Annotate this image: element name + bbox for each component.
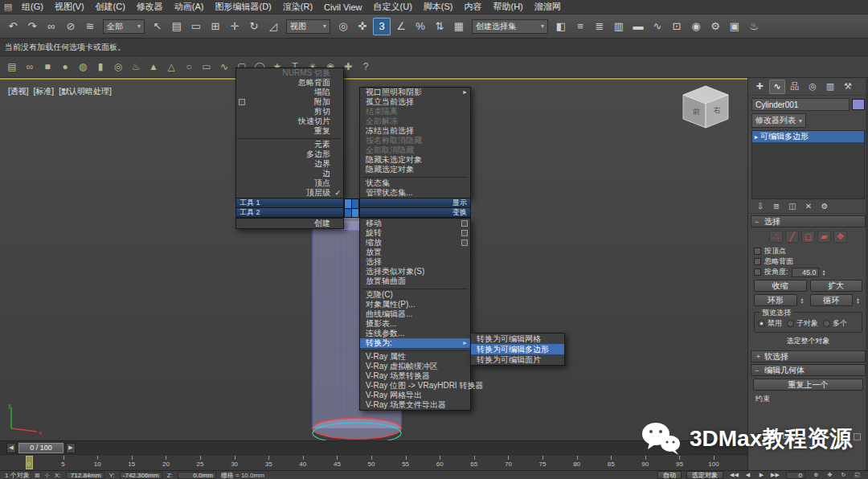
settings-box-icon[interactable] <box>461 230 468 236</box>
time-slider-handle[interactable]: 0 / 100 <box>18 443 63 453</box>
quad-tools2-title[interactable]: 工具 2 <box>235 208 344 218</box>
remove-modifier-icon[interactable]: ✕ <box>802 200 815 212</box>
selected-filter-button[interactable]: 选定对象 <box>686 471 723 479</box>
menubar-item[interactable]: 创建(C) <box>90 1 131 13</box>
modifier-stack[interactable]: ▸ 可编辑多边形 <box>751 130 865 199</box>
timeline-prev-button[interactable]: ◀ <box>6 443 16 453</box>
angle-snap-icon[interactable]: ∠ <box>392 18 410 35</box>
menubar-item[interactable]: 帮助(H) <box>488 1 529 13</box>
quad-menu-item[interactable]: V-Ray 场景文件导出器 <box>360 400 470 410</box>
tab-hierarchy[interactable]: 品 <box>787 80 803 94</box>
go-to-end-button[interactable]: ▶▶ <box>769 471 781 479</box>
geosphere-icon[interactable]: ◍ <box>75 59 91 75</box>
menubar-item[interactable]: 修改器 <box>131 1 169 13</box>
go-to-start-button[interactable]: ◀◀ <box>728 471 740 479</box>
scene-icon[interactable]: ▤ <box>4 59 20 75</box>
submenu-item[interactable]: 转换为可编辑多边形 <box>471 344 564 354</box>
render-setup-icon[interactable]: ⚙ <box>706 18 724 35</box>
tab-display[interactable]: ▥ <box>822 80 838 94</box>
select-by-name-icon[interactable]: ▤ <box>168 18 186 35</box>
loop-button[interactable]: 循环 <box>810 294 854 306</box>
menubar-item[interactable]: 自定义(U) <box>368 1 418 13</box>
menubar-item[interactable]: 动画(A) <box>169 1 210 13</box>
border-icon[interactable]: ◻ <box>801 231 815 243</box>
bind-to-space-warp-icon[interactable]: ≋ <box>81 18 99 35</box>
render-production-icon[interactable]: ♨ <box>745 18 763 35</box>
quad-menu-item[interactable]: 多边形 <box>236 149 343 159</box>
tube-icon[interactable]: ○ <box>181 59 197 75</box>
quad-menu-item[interactable]: 转换为:► <box>360 338 470 348</box>
quad-menu-item[interactable]: 顶点 <box>236 178 343 188</box>
edit-named-sets-icon[interactable]: ▦ <box>450 18 468 35</box>
tab-modify[interactable]: ∿ <box>769 80 785 94</box>
help-icon[interactable]: ? <box>358 59 374 75</box>
cone-icon[interactable]: ▲ <box>145 59 162 75</box>
align-icon[interactable]: ≡ <box>571 18 589 35</box>
pin-stack-icon[interactable]: ⇩ <box>754 200 767 212</box>
menubar-item[interactable]: 渲染(R) <box>277 1 318 13</box>
quad-menu-item[interactable]: 隐藏未选定对象 <box>360 155 470 165</box>
configure-modifier-sets-icon[interactable]: ⚙ <box>818 200 831 212</box>
undo-icon[interactable]: ↶ <box>4 18 22 35</box>
coord-z-field[interactable]: 0.0mm <box>178 472 216 479</box>
viewport-label-token[interactable]: [标准] <box>34 86 55 97</box>
pan-icon[interactable]: ✥ <box>824 471 836 479</box>
ignore-backfacing-checkbox[interactable]: 忽略背面 <box>754 256 862 267</box>
selection-filter-dropdown[interactable]: 全部 ▾ <box>103 19 145 34</box>
by-vertex-checkbox[interactable]: 按顶点 <box>754 246 862 256</box>
spinner-icon[interactable]: ▲▼ <box>856 297 862 304</box>
quad-menu-item[interactable]: 结束隔离 <box>360 107 470 117</box>
pyramid-icon[interactable]: △ <box>163 59 179 75</box>
quad-menu-item[interactable]: 边 <box>236 169 343 178</box>
coord-y-field[interactable]: -742.306mm <box>120 472 162 479</box>
preview-radio-option[interactable]: 多个 <box>823 318 847 329</box>
submenu-item[interactable]: 转换为可编辑网格 <box>471 334 564 344</box>
reference-coordinate-dropdown[interactable]: 视图 ▾ <box>286 19 330 34</box>
spline-icon[interactable]: ∿ <box>216 59 232 75</box>
menubar-item[interactable]: 内容 <box>459 1 488 13</box>
quad-menu-item[interactable]: 对象属性(P)... <box>360 300 470 309</box>
spinner-icon[interactable]: ▲▼ <box>822 269 829 276</box>
curve-editor-icon[interactable]: ∿ <box>649 18 666 35</box>
quad-menu-item[interactable]: 按名称取消隐藏 <box>360 136 470 145</box>
viewport-label-token[interactable]: [透视] <box>8 86 29 97</box>
quad-menu-item[interactable]: 旋转 <box>360 228 470 238</box>
quad-menu-item[interactable]: 冻结当前选择 <box>360 126 470 136</box>
ribbon-toggle-icon[interactable]: ▬ <box>629 18 647 35</box>
material-editor-icon[interactable]: ◉ <box>687 18 705 35</box>
timeline-ruler[interactable]: 0510152025303540455055606570758085909510… <box>0 454 747 470</box>
quad-menu-item[interactable]: 快速切片 <box>236 117 343 126</box>
polygon-icon[interactable]: ▰ <box>817 231 831 243</box>
scene-explorer-icon[interactable]: ≣ <box>591 18 608 35</box>
auto-key-button[interactable]: 自动 <box>657 471 682 479</box>
modifier-list-dropdown[interactable]: 修改器列表 ▾ <box>751 113 806 128</box>
quad-menu-item[interactable]: 缩放 <box>360 238 470 248</box>
submenu-item[interactable]: 转换为可编辑面片 <box>471 354 564 365</box>
app-menu-icon[interactable]: ▤ <box>0 2 16 12</box>
settings-box-icon[interactable] <box>461 220 468 227</box>
quad-menu-item[interactable]: V-Ray 属性 <box>360 352 470 362</box>
select-and-manipulate-icon[interactable]: ✜ <box>354 18 371 35</box>
rendered-frame-icon[interactable]: ▣ <box>726 18 743 35</box>
quad-menu-item[interactable]: 全部解冻 <box>360 117 470 126</box>
quad-menu-item[interactable]: 附加 <box>236 97 343 107</box>
quad-menu-item[interactable]: 状态集 <box>360 178 470 188</box>
sphere-icon[interactable]: ● <box>57 59 73 75</box>
preview-radio-option[interactable]: 子对象 <box>787 318 818 329</box>
tab-utilities[interactable]: ⚒ <box>840 80 856 94</box>
element-icon[interactable]: ❖ <box>833 231 847 243</box>
redo-icon[interactable]: ↷ <box>23 18 41 35</box>
quad-menu-item[interactable]: 隐藏选定对象 <box>360 165 470 174</box>
quad-menu-item[interactable]: 选择 <box>360 257 470 267</box>
select-and-link-icon[interactable]: ∞ <box>43 18 60 35</box>
schematic-view-icon[interactable]: ⊡ <box>668 18 686 35</box>
menubar-item[interactable]: 脚本(S) <box>418 1 459 13</box>
menubar-item[interactable]: 组(G) <box>16 1 49 13</box>
quad-menu-item[interactable]: 元素 <box>236 140 343 149</box>
selection-lock-icon[interactable]: ⊠ <box>35 472 40 479</box>
quad-menu-item[interactable]: 放置 <box>360 248 470 257</box>
quad-menu-item[interactable]: 放置轴曲面 <box>360 276 470 286</box>
unlink-selection-icon[interactable]: ⊘ <box>62 18 80 35</box>
quad-menu-item[interactable]: 剪切 <box>236 107 343 117</box>
quad-transform-title[interactable]: 变换 <box>359 208 471 218</box>
